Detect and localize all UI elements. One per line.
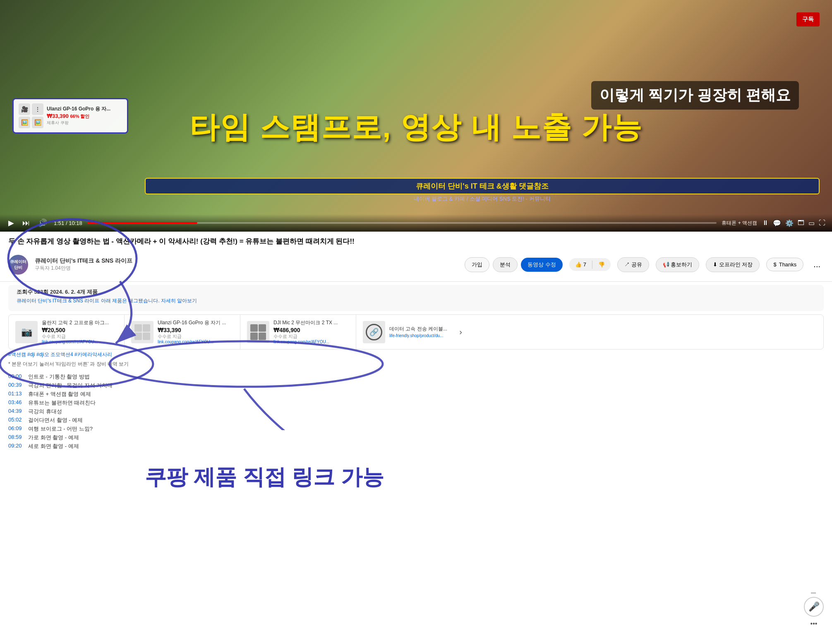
time-2[interactable]: 01:13 [8,390,23,398]
channel-name: 큐레이터 단비's IT테크 & SNS 라이프 [35,257,458,265]
product-icon-3: 🖼️ [19,117,30,128]
time-4[interactable]: 04:39 [8,408,23,415]
product-link-2[interactable]: link.coupang.com/re/AFYOU... [158,340,233,344]
label-0: 인트로 - 기통찬 촬영 방법 [28,373,90,381]
product-icon-2: ⋮ [32,103,43,115]
product-link-1[interactable]: link.coupang.com/re/AFYOU... [42,340,117,344]
like-button-group: 👍 7 👎 [569,258,611,271]
product-details-3: DJI Mic 2 무선마이크 2 TX ... ₩486,900 수수료 지급… [273,320,349,345]
channel-subs: 구독자 1.04만명 [35,265,458,272]
label-2: 휴대폰 + 액션캠 촬영 예제 [28,390,91,398]
video-main-title: 두 손 자유롭게 영상 촬영하는 법 - 액션카메라 + 이 악세사리! (강력… [8,237,824,247]
curator-banner-area: 큐레이터 단비's IT 테크 &생활 댓글참조 네이버 블로그 & 카페 / … [145,178,820,203]
timestamp-8: 09:20 세로 화면 촬영 - 예제 [8,443,824,450]
timestamp-6: 06:09 여행 브이로그 - 어떤 느낌? [8,425,824,433]
product-card-4[interactable]: 🔗 데이터 고속 전송 케이블... life-friendly.shop/pr… [356,315,472,350]
product-icon-area: 🎥 ⋮ 🖼️ 🖼️ [19,103,43,128]
progress-bar[interactable] [87,222,717,224]
product-icon-1: 🎥 [19,103,30,115]
product-shipping-1: 수수료 지급 [42,333,117,340]
label-3: 유튜브는 불편하면 때려친다 [28,399,96,407]
time-display: 1:51 / 10:18 [54,220,82,226]
promote-button[interactable]: 📢 홍보하기 [656,257,700,272]
product-title-1: 울란지 고릭 2 고프로용 마그... [42,320,117,326]
tags-section: #액션캠 #dji #dji오 조모액션4 #카메라악세사리 [0,350,832,360]
like-button[interactable]: 👍 7 [569,258,592,271]
label-7: 가로 화면 촬영 - 예제 [28,434,79,441]
time-7[interactable]: 08:59 [8,434,23,441]
product-title-3: DJI Mic 2 무선마이크 2 TX ... [273,320,349,326]
time-8[interactable]: 09:20 [8,443,23,450]
product-link-4[interactable]: life-friendly.shop/product/du... [389,333,452,338]
thanks-button[interactable]: $ Thanks [766,258,803,271]
theater-icon[interactable]: ▭ [808,219,815,227]
timestamp-4: 04:39 극강의 휴대성 [8,408,824,415]
channel-text: 큐레이터 단비's IT테크 & SNS 라이프 구독자 1.04만명 [35,257,458,272]
timestamp-7: 08:59 가로 화면 촬영 - 예제 [8,434,824,441]
product-details-4: 데이터 고속 전송 케이블... life-friendly.shop/prod… [389,326,452,338]
captions-icon[interactable]: 💬 [773,219,781,227]
quality-label: 휴태폰 + 액션캠 [722,220,757,227]
product-cards-row: 📷 울란지 고릭 2 고프로용 마그... ₩20,500 수수료 지급 lin… [8,314,824,350]
product-price-1: ₩20,500 [42,327,117,333]
product-shipping-2: 수수료 지급 [158,333,233,340]
label-6: 여행 브이로그 - 어떤 느낌? [28,425,93,433]
time-1[interactable]: 00:39 [8,382,23,389]
product-details-2: Ulanzi GP-16 GoPro 용 자기 ... ₩33,390 수수료 … [158,320,233,345]
volume-button[interactable]: 🔊 [36,218,49,228]
right-overlay: 이렇게 찍기가 굉장히 편해요 [591,81,799,110]
timestamp-section: 00:00 인트로 - 기통찬 촬영 방법 00:39 극강의 편리함 - 목걸… [0,369,832,455]
video-controls[interactable]: ▶ ⏭ 🔊 1:51 / 10:18 휴태폰 + 액션캠 ⏸ 💬 ⚙️ 🗔 ▭ … [0,214,832,232]
product-card-nav-button[interactable]: › [456,322,465,342]
subscribe-button[interactable]: 구독 [796,12,820,26]
fullscreen-icon[interactable]: ⛶ [819,219,825,227]
product-price-2: ₩33,390 [158,327,233,333]
play-button[interactable]: ▶ [7,218,16,228]
desc-meta: 조회수 523회 2024. 6. 2. 4개 제품 [17,288,815,296]
video-product-card[interactable]: 🎥 ⋮ 🖼️ 🖼️ Ulanzi GP-16 GoPro 용 자... ₩33,… [12,98,128,134]
channel-avatar: 큐레이터 단비 [8,255,28,275]
video-player[interactable]: 타임 스탬프로, 영상 내 노출 가능 🎥 ⋮ 🖼️ 🖼️ Ulanzi GP-… [0,0,832,232]
timestamp-0: 00:00 인트로 - 기통찬 촬영 방법 [8,373,824,381]
promo-bottom-text: 쿠팡 제품 직접 링크 가능 [0,455,832,500]
time-6[interactable]: 06:09 [8,425,23,433]
timestamp-2: 01:13 휴대폰 + 액션캠 촬영 예제 [8,390,824,398]
product-seller: 제휴사 쿠팡 [47,120,122,126]
product-name: Ulanzi GP-16 GoPro 용 자... [47,106,122,113]
product-card-3[interactable]: DJI Mic 2 무선마이크 2 TX ... ₩486,900 수수료 지급… [240,315,356,350]
time-5[interactable]: 05:02 [8,417,23,424]
join-button[interactable]: 가입 [465,257,489,272]
label-4: 극강의 휴대성 [28,408,62,415]
offline-button[interactable]: ⬇ 오프라인 저장 [706,257,760,272]
miniplayer-icon[interactable]: 🗔 [798,219,804,227]
video-title-overlay: 타임 스탬프로, 영상 내 노출 가능 [189,108,642,147]
product-thumb-2 [131,321,153,343]
share-button[interactable]: ↗ 공유 [617,257,649,272]
dollar-icon: $ [773,261,776,268]
time-0[interactable]: 00:00 [8,373,23,381]
product-cards-wrapper: 📷 울란지 고릭 2 고프로용 마그... ₩20,500 수수료 지급 lin… [0,314,832,350]
product-price-3: ₩486,900 [273,327,349,333]
video-title-section: 두 손 자유롭게 영상 촬영하는 법 - 액션카메라 + 이 악세사리! (강력… [0,232,832,248]
product-icon-4: 🖼️ [32,117,43,128]
note-section: * 본문 더보기 눌러서 '타임라인 버튼' 과 장비 내역 보기 [0,360,832,369]
label-5: 걸어다면서 촬영 - 예제 [28,417,83,424]
product-thumb-3 [247,321,269,343]
product-title-2: Ulanzi GP-16 GoPro 용 자기 ... [158,320,233,326]
label-8: 세로 화면 촬영 - 예제 [28,443,79,450]
more-button[interactable]: ... [810,256,824,273]
edit-button[interactable]: 동영상 수정 [521,258,563,272]
settings-icon[interactable]: ⚙️ [785,219,794,227]
time-3[interactable]: 03:46 [8,399,23,407]
dislike-button[interactable]: 👎 [592,258,611,271]
product-card-1[interactable]: 📷 울란지 고릭 2 고프로용 마그... ₩20,500 수수료 지급 lin… [9,315,125,350]
product-title-4: 데이터 고속 전송 케이블... [389,326,452,333]
product-card-2[interactable]: Ulanzi GP-16 GoPro 용 자기 ... ₩33,390 수수료 … [125,315,240,350]
analyze-button[interactable]: 분석 [493,257,518,272]
product-link-3[interactable]: link.coupang.com/re/AFYOU... [273,340,349,344]
product-thumb-4: 🔗 [363,321,385,343]
desc-tag-notice: 큐레이터 단비's IT테크 & SNS 라이프 아래 제품은 태그됐습니다. … [17,297,815,304]
control-icons-right: ⏸ 💬 ⚙️ 🗔 ▭ ⛶ [762,219,825,227]
pause-icon[interactable]: ⏸ [762,219,769,227]
next-button[interactable]: ⏭ [21,218,31,228]
